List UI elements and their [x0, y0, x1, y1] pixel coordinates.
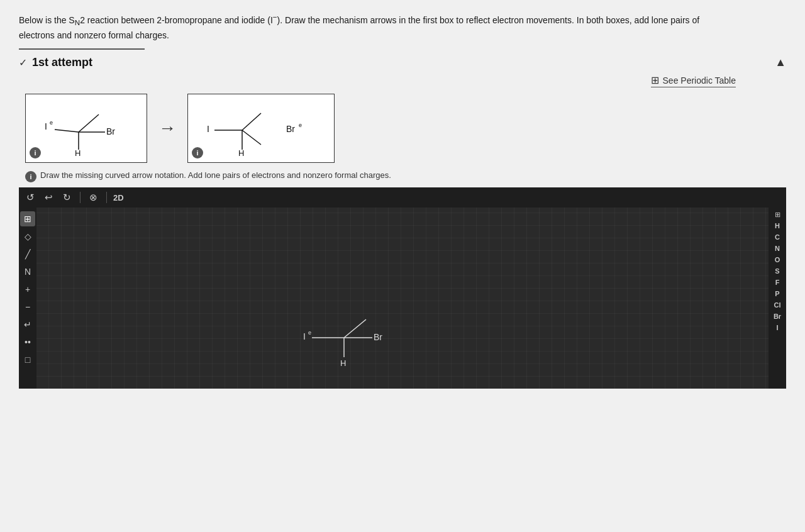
- element-S[interactable]: S: [769, 266, 786, 276]
- right-palette: ⊞ H C N O S F P Cl Br I: [769, 208, 786, 389]
- reactant-molecule-svg: I e Br H: [36, 101, 136, 157]
- svg-text:e: e: [299, 122, 302, 128]
- 2d-label: 2D: [113, 193, 124, 202]
- reaction-area: I e Br H i →: [25, 94, 786, 163]
- element-H[interactable]: H: [769, 221, 786, 231]
- reaction-arrow: →: [158, 118, 176, 138]
- charge-n-tool[interactable]: N: [20, 264, 35, 279]
- hint-text-label: Draw the missing curved arrow notation. …: [40, 170, 391, 180]
- toolbar-top: ↺ ↩ ↻ ⊗ 2D: [19, 187, 786, 208]
- periodic-table-icon: ⊞: [651, 74, 659, 86]
- svg-text:I: I: [303, 331, 306, 341]
- periodic-table-link[interactable]: ⊞ See Periodic Table: [651, 74, 736, 87]
- plus-tool[interactable]: +: [20, 282, 35, 297]
- svg-text:Br: Br: [106, 126, 115, 136]
- collapse-arrow-icon[interactable]: ▲: [775, 56, 786, 69]
- element-F[interactable]: F: [769, 277, 786, 287]
- redo-btn[interactable]: ↻: [60, 191, 74, 204]
- svg-line-19: [344, 319, 366, 338]
- hint-badge[interactable]: i: [25, 171, 36, 182]
- periodic-table-label: See Periodic Table: [663, 75, 736, 86]
- svg-text:I: I: [207, 124, 209, 134]
- canvas-molecule-svg: I e Br H: [297, 307, 435, 370]
- product-box[interactable]: I H Br e i: [187, 94, 335, 163]
- element-N[interactable]: N: [769, 243, 786, 253]
- svg-line-7: [55, 130, 79, 132]
- dots-tool[interactable]: ••: [20, 335, 35, 350]
- product-molecule-svg: I H Br e: [198, 101, 324, 157]
- line-tool[interactable]: ╱: [20, 247, 35, 262]
- eraser-tool[interactable]: ◇: [20, 229, 35, 244]
- question-text: Below is the SN2 reaction between 2-brom…: [19, 11, 711, 42]
- undo-btn[interactable]: ↩: [42, 191, 55, 204]
- toolbar-sep-1: [80, 192, 80, 203]
- svg-text:I: I: [45, 121, 47, 131]
- minus-tool[interactable]: −: [20, 299, 35, 314]
- svg-text:H: H: [75, 148, 80, 157]
- hint-row: i Draw the missing curved arrow notation…: [25, 170, 786, 182]
- svg-line-11: [242, 130, 261, 145]
- canvas-area[interactable]: I e Br H: [36, 208, 769, 389]
- element-O[interactable]: O: [769, 255, 786, 265]
- element-Cl[interactable]: Cl: [769, 300, 786, 310]
- svg-line-2: [79, 114, 99, 132]
- palette-grid-icon[interactable]: ⊞: [774, 210, 782, 219]
- select-tool[interactable]: ⊞: [20, 211, 35, 226]
- svg-text:Br: Br: [374, 332, 382, 342]
- element-P[interactable]: P: [769, 289, 786, 299]
- element-Br[interactable]: Br: [769, 311, 786, 321]
- svg-line-10: [242, 113, 261, 130]
- svg-text:e: e: [50, 119, 53, 126]
- clear-btn[interactable]: ⊗: [87, 191, 100, 204]
- element-C[interactable]: C: [769, 232, 786, 242]
- left-tools: ⊞ ◇ ╱ N + − ↵ •• □: [19, 208, 36, 389]
- svg-text:e: e: [308, 330, 311, 336]
- svg-text:H: H: [340, 358, 346, 368]
- divider: [19, 48, 145, 50]
- curve-tool[interactable]: ↵: [20, 317, 35, 332]
- drawing-area[interactable]: ↺ ↩ ↻ ⊗ 2D ⊞ ◇ ╱ N + − ↵ •• □ I e: [19, 187, 786, 389]
- attempt-header: ✓ 1st attempt ▲: [19, 56, 786, 69]
- svg-text:H: H: [238, 148, 244, 157]
- attempt-title: 1st attempt: [32, 56, 92, 69]
- element-I[interactable]: I: [769, 323, 786, 333]
- toolbar-sep-2: [106, 192, 107, 203]
- svg-text:Br: Br: [286, 124, 295, 134]
- periodic-table-link-row: ⊞ See Periodic Table: [19, 74, 786, 87]
- reactant-box[interactable]: I e Br H i: [25, 94, 147, 163]
- refresh-btn[interactable]: ↺: [24, 191, 37, 204]
- rect-tool[interactable]: □: [20, 352, 35, 367]
- collapse-icon[interactable]: ✓: [19, 57, 27, 69]
